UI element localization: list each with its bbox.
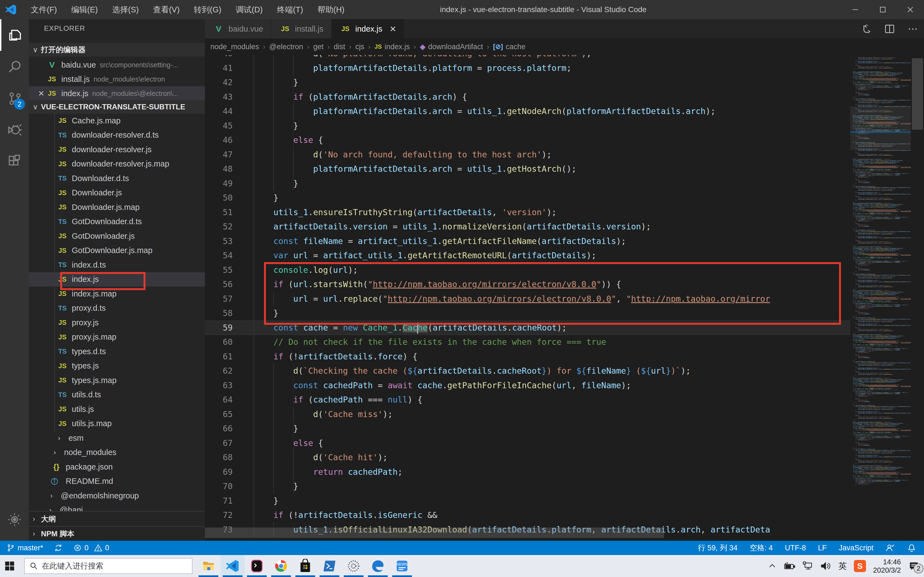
open-editor-install.js[interactable]: JSinstall.jsnode_modules\electron (29, 72, 205, 86)
language-mode-status[interactable]: JavaScript (839, 544, 873, 552)
ime-language-indicator[interactable]: 英 (838, 561, 847, 572)
tree-item-utils.js.map[interactable]: JSutils.js.map (29, 417, 205, 431)
cursor-position-status[interactable]: 行 59, 列 34 (698, 543, 738, 553)
more-actions-icon[interactable]: ⋯ (908, 23, 919, 35)
horizontal-scrollbar-thumb[interactable] (205, 527, 664, 538)
tab-install.js[interactable]: JSinstall.js (271, 19, 332, 39)
code-line-43[interactable]: 43 if (platformArtifactDetails.arch) { (205, 90, 850, 105)
taskbar-app-edge-icon[interactable] (366, 555, 390, 577)
code-line-66[interactable]: 66 } (205, 421, 850, 436)
menu-F[interactable]: 文件(F) (24, 0, 64, 19)
vertical-scrollbar[interactable] (911, 55, 924, 541)
breadcrumb-item-downloadArtifact[interactable]: ◈downloadArtifact (420, 43, 483, 51)
code-line-63[interactable]: 63 const cachedPath = await cache.getPat… (205, 378, 850, 393)
breadcrumb-item-dist[interactable]: dist (334, 43, 345, 51)
menu-G[interactable]: 转到(G) (187, 0, 229, 19)
tree-item-proxy.js[interactable]: JSproxy.js (29, 316, 205, 330)
taskbar-search-input[interactable]: 在此键入进行搜索 (24, 558, 192, 574)
maximize-button[interactable] (869, 0, 897, 19)
tree-item-Downloader.d.ts[interactable]: TSDownloader.d.ts (29, 171, 205, 186)
start-button[interactable] (0, 555, 19, 577)
code-line-71[interactable]: 71 } (205, 494, 850, 508)
code-line-69[interactable]: 69 return cachedPath; (205, 465, 850, 479)
tree-item-node_modules[interactable]: ›node_modules (29, 445, 205, 460)
taskbar-app-microsoft-store-icon[interactable] (293, 555, 317, 577)
project-section-header[interactable]: ∨ VUE-ELECTRON-TRANSLATE-SUBTITLE (29, 100, 205, 114)
feedback-icon[interactable] (885, 543, 895, 553)
code-line-41[interactable]: 41 platformArtifactDetails.platform = pr… (205, 61, 850, 76)
tree-item-GotDownloader.js[interactable]: JSGotDownloader.js (29, 229, 205, 243)
action-center-icon[interactable]: 2 (908, 561, 919, 571)
sogou-input-icon[interactable]: S (854, 560, 866, 572)
open-changes-icon[interactable] (861, 23, 871, 34)
tree-item-package.json[interactable]: {}package.json (29, 460, 205, 474)
debug-icon[interactable] (0, 114, 29, 146)
tree-item-GotDownloader.d.ts[interactable]: TSGotDownloader.d.ts (29, 214, 205, 229)
sync-status[interactable] (54, 544, 62, 552)
tree-item-GotDownloader.js.map[interactable]: JSGotDownloader.js.map (29, 243, 205, 258)
tab-index.js[interactable]: JSindex.js✕ (332, 19, 404, 39)
breadcrumb-item-cjs[interactable]: cjs (355, 43, 364, 51)
code-line-46[interactable]: 46 else { (205, 133, 850, 148)
tree-item-index.d.ts[interactable]: TSindex.d.ts (29, 258, 205, 272)
tab-baidu.vue[interactable]: Vbaidu.vue (205, 19, 271, 39)
horizontal-scrollbar[interactable] (205, 527, 850, 538)
git-branch-status[interactable]: master* (6, 544, 43, 552)
tree-item-@hani[interactable]: ›@hani (29, 503, 205, 511)
close-button[interactable] (897, 0, 924, 19)
menu-T[interactable]: 终端(T) (270, 0, 310, 19)
code-line-52[interactable]: 52 artifactDetails.version = utils_1.nor… (205, 219, 850, 234)
code-line-45[interactable]: 45 } (205, 119, 850, 133)
code-line-72[interactable]: 72 if (!artifactDetails.isGeneric && (205, 508, 850, 522)
code-editor[interactable]: 40 d('No platform found, defaulting to t… (205, 55, 924, 541)
code-line-47[interactable]: 47 d('No arch found, defaulting to the h… (205, 148, 850, 162)
menu-V[interactable]: 查看(V) (146, 0, 187, 19)
code-line-62[interactable]: 62 d(`Checking the cache (${artifactDeta… (205, 364, 850, 378)
split-editor-icon[interactable] (884, 23, 895, 34)
taskbar-app-news-icon[interactable]: NEWS (390, 555, 414, 577)
breadcrumb-item-node_modules[interactable]: node_modules (210, 43, 259, 51)
minimap[interactable]: 40 d('No platform found, defaulting to t… (850, 57, 911, 486)
code-line-64[interactable]: 64 if (cachedPath === null) { (205, 393, 850, 407)
tree-item-downloader-resolver.js.map[interactable]: JSdownloader-resolver.js.map (29, 157, 205, 171)
tree-item-utils.js[interactable]: JSutils.js (29, 402, 205, 417)
tree-item-esm[interactable]: ›esm (29, 431, 205, 445)
code-line-68[interactable]: 68 d('Cache hit'); (205, 450, 850, 465)
breadcrumb-item-get[interactable]: get (313, 43, 324, 51)
npm-scripts-section-header[interactable]: › NPM 脚本 (29, 526, 205, 541)
tree-item-types.js[interactable]: JStypes.js (29, 359, 205, 373)
code-line-60[interactable]: 60 // Do not check if the file exists in… (205, 335, 850, 350)
code-line-70[interactable]: 70 } (205, 479, 850, 494)
menu-H[interactable]: 帮助(H) (310, 0, 351, 19)
tree-item-README.md[interactable]: README.md (29, 474, 205, 489)
taskbar-app-powershell-icon[interactable] (317, 555, 342, 577)
source-control-icon[interactable]: 2 (0, 82, 29, 114)
tree-item-proxy.d.ts[interactable]: TSproxy.d.ts (29, 301, 205, 316)
notifications-bell-icon[interactable] (907, 543, 916, 553)
indentation-status[interactable]: 空格: 4 (750, 543, 773, 553)
taskbar-app-file-explorer-icon[interactable] (196, 555, 221, 577)
volume-icon[interactable] (820, 561, 831, 571)
tree-item-utils.d.ts[interactable]: TSutils.d.ts (29, 388, 205, 402)
errors-status[interactable]: 0 0 (73, 544, 109, 552)
settings-gear-icon[interactable] (0, 504, 29, 535)
tree-item-@endemolshinegroup[interactable]: ›@endemolshinegroup (29, 488, 205, 503)
extensions-icon[interactable] (0, 146, 29, 177)
code-line-61[interactable]: 61 if (!artifactDetails.force) { (205, 350, 850, 364)
tree-item-types.d.ts[interactable]: TStypes.d.ts (29, 344, 205, 359)
tree-item-proxy.js.map[interactable]: JSproxy.js.map (29, 330, 205, 345)
close-icon[interactable]: ✕ (389, 24, 396, 34)
tree-item-Cache.js.map[interactable]: JSCache.js.map (29, 113, 205, 128)
code-line-51[interactable]: 51 utils_1.ensureIsTruthyString(artifact… (205, 205, 850, 220)
code-line-54[interactable]: 54 var url = artifact_utils_1.getArtifac… (205, 248, 850, 263)
eol-status[interactable]: LF (818, 544, 827, 552)
code-line-48[interactable]: 48 platformArtifactDetails.arch = utils_… (205, 162, 850, 176)
code-line-67[interactable]: 67 else { (205, 436, 850, 451)
network-icon[interactable] (803, 561, 813, 571)
taskbar-clock[interactable]: 14:46 2020/3/2 (873, 558, 901, 574)
taskbar-app-chrome-icon[interactable] (269, 555, 293, 577)
tree-item-types.js.map[interactable]: JStypes.js.map (29, 373, 205, 388)
breadcrumb-item-index.js[interactable]: JSindex.js (375, 43, 410, 51)
menu-E[interactable]: 编辑(E) (64, 0, 105, 19)
tree-item-Downloader.js[interactable]: JSDownloader.js (29, 186, 205, 200)
